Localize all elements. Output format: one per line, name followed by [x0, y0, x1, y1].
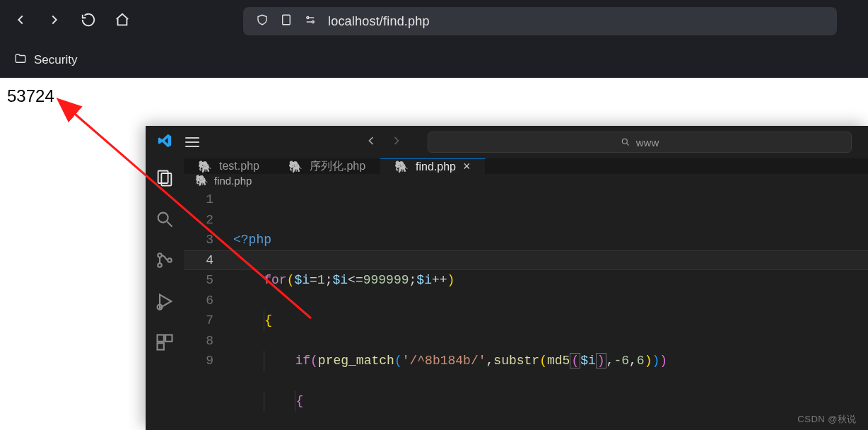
vs-back-icon[interactable]: [364, 134, 378, 151]
line-number-gutter: 1 2 3 4 5 6 7 8 9: [184, 187, 233, 430]
line-number: 8: [184, 331, 213, 351]
breadcrumb-file: find.php: [214, 175, 252, 187]
watermark: CSDN @秋说: [797, 413, 857, 426]
code-block: 1 2 3 4 5 6 7 8 9 <?php for($i=1;$i<=999…: [184, 187, 868, 430]
php-icon: 🐘: [394, 160, 409, 173]
reload-icon[interactable]: [81, 12, 96, 30]
home-icon[interactable]: [115, 12, 130, 30]
vscode-logo-icon: [157, 133, 172, 151]
folder-icon: [14, 52, 27, 69]
vscode-window: www 🐘 test.php: [146, 126, 868, 430]
str-regex: '/^8b184b/': [402, 354, 486, 368]
line-number: 6: [184, 291, 213, 311]
kw-for: for: [264, 273, 286, 287]
php-icon: 🐘: [195, 174, 209, 187]
back-icon[interactable]: [13, 12, 28, 30]
svg-point-1: [307, 16, 309, 18]
svg-point-7: [158, 253, 161, 257]
line-number: 9: [184, 351, 213, 371]
var-i: $i: [294, 273, 310, 287]
run-debug-icon[interactable]: [155, 291, 175, 314]
forward-icon[interactable]: [47, 12, 62, 30]
browser-toolbar: localhost/find.php: [0, 0, 868, 42]
code-content[interactable]: <?php for($i=1;$i<=999999;$i++) { if(pre…: [233, 187, 868, 430]
source-control-icon[interactable]: [155, 250, 175, 273]
kw-if: if: [295, 354, 310, 368]
address-bar[interactable]: localhost/find.php: [243, 7, 837, 35]
svg-rect-0: [283, 15, 291, 25]
line-number: 1: [184, 190, 213, 210]
page-icon: [280, 13, 293, 30]
line-number: 7: [184, 310, 213, 331]
line-number: 3: [184, 230, 213, 250]
vscode-search[interactable]: www: [428, 132, 852, 153]
svg-rect-13: [158, 343, 164, 349]
settings-icon: [304, 13, 317, 30]
tab-find-php[interactable]: 🐘 find.php ×: [380, 158, 485, 174]
activity-bar: [146, 158, 184, 430]
tab-label: 序列化.php: [310, 159, 365, 174]
bookmark-security[interactable]: Security: [34, 53, 77, 67]
vscode-titlebar: www: [146, 126, 868, 158]
editor-area: 🐘 test.php 🐘 序列化.php 🐘 find.php × 🐘 find…: [184, 158, 868, 430]
search-icon[interactable]: [155, 209, 175, 232]
url-text: localhost/find.php: [328, 14, 430, 29]
php-icon: 🐘: [288, 160, 303, 173]
tab-label: test.php: [219, 160, 259, 173]
shield-icon: [256, 13, 269, 30]
vs-forward-icon[interactable]: [389, 134, 404, 151]
svg-point-6: [158, 213, 168, 223]
vscode-nav: [364, 134, 404, 151]
extensions-icon[interactable]: [155, 332, 175, 355]
line-number: 2: [184, 210, 213, 231]
svg-rect-11: [158, 335, 164, 342]
svg-point-3: [622, 139, 627, 144]
fn-pregmatch: preg_match: [318, 354, 394, 368]
page-body: 53724: [0, 78, 868, 115]
close-icon[interactable]: ×: [463, 159, 471, 174]
line-number: 4: [184, 250, 213, 271]
breadcrumb[interactable]: 🐘 find.php: [184, 174, 868, 187]
tab-label: find.php: [416, 161, 456, 173]
vscode-search-text: www: [636, 136, 659, 149]
menu-button[interactable]: [185, 137, 199, 147]
svg-point-2: [312, 21, 314, 23]
bookmark-bar: Security: [0, 42, 868, 78]
svg-rect-12: [165, 335, 172, 342]
php-open-tag: <?php: [233, 233, 271, 247]
explorer-icon[interactable]: [155, 168, 175, 191]
svg-point-8: [158, 263, 161, 267]
editor-tabs: 🐘 test.php 🐘 序列化.php 🐘 find.php ×: [184, 158, 868, 174]
tab-test-php[interactable]: 🐘 test.php: [184, 158, 274, 174]
browser-nav-icons: [13, 12, 130, 30]
output-value: 53724: [7, 86, 54, 105]
svg-point-9: [168, 258, 171, 262]
php-icon: 🐘: [198, 160, 212, 173]
tab-serialize-php[interactable]: 🐘 序列化.php: [274, 158, 380, 174]
line-number: 5: [184, 270, 213, 291]
